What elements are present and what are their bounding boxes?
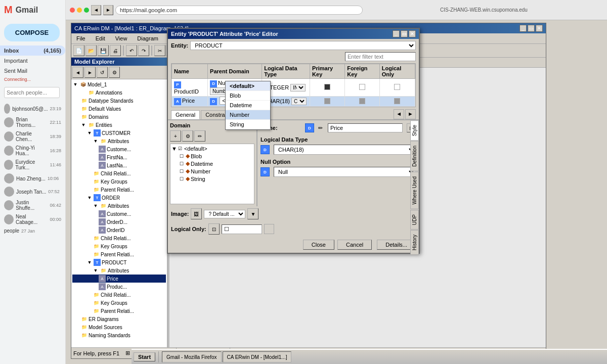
sent-label: Sent Mail <box>4 68 27 74</box>
close-button[interactable]: Close <box>303 240 334 250</box>
attr-table: Name Parent Domain Logical Data Type Pri… <box>171 64 415 107</box>
sidebar-item-sent[interactable]: Sent Mail <box>0 66 65 76</box>
vert-tab-style[interactable]: Style <box>410 120 419 141</box>
gmail-title: Gmail <box>16 6 38 15</box>
list-item[interactable]: Joseph Tan... 07:52 <box>0 185 65 198</box>
vert-tab-udp[interactable]: UDP <box>410 210 419 230</box>
avatar <box>4 104 10 114</box>
domain-props-btn[interactable]: ⚙ <box>182 130 193 142</box>
pencil-icon[interactable]: ✏ <box>318 125 323 131</box>
sidebar-item-important[interactable]: Important <box>0 56 65 66</box>
avatar <box>4 117 14 127</box>
avatar <box>4 200 14 210</box>
domain-item-label: Datetime <box>191 161 213 167</box>
logical-only-icon: ⊡ <box>208 223 220 235</box>
type-select[interactable]: INTEGER <box>290 84 306 92</box>
list-item[interactable]: Eurydice Turk... 11:46 <box>0 158 65 172</box>
list-item[interactable]: Charlie Chen... 18:39 <box>0 129 65 144</box>
compose-button[interactable]: COMPOSE <box>4 24 60 41</box>
lo-checkbox[interactable] <box>394 84 400 90</box>
contact-name: Joseph Tan... <box>16 189 46 195</box>
domain-edit-btn[interactable]: ✏ <box>194 130 205 142</box>
cell-pk <box>310 97 345 107</box>
domain-tree-item-datetime[interactable]: ☐ ◆ Datetime <box>171 160 253 167</box>
attr-editor-close[interactable]: ✕ <box>409 30 416 37</box>
pk-checkbox[interactable] <box>324 84 330 90</box>
null-option-select[interactable]: Null <box>274 167 416 177</box>
connecting-status: Connecting... <box>0 76 65 83</box>
image-dropdown-btn[interactable]: ▼ <box>247 208 258 219</box>
col-logical-only: Logical Only <box>379 64 415 79</box>
domain-icon: D <box>210 80 217 87</box>
fk-checkbox[interactable] <box>359 98 365 104</box>
logical-only-btn[interactable] <box>264 224 274 234</box>
list-item[interactable]: Brian Thoms... 22:11 <box>0 115 65 129</box>
vert-tab-definition[interactable]: Definition <box>410 141 419 171</box>
list-item[interactable]: people 27 Jan <box>0 226 65 235</box>
logical-type-select[interactable]: CHAR(18) <box>274 145 416 155</box>
checkbox-icon[interactable]: ☐ <box>180 169 184 174</box>
pk-checkbox[interactable] <box>324 98 330 104</box>
bottom-buttons: Close Cancel Details... <box>168 237 419 253</box>
list-item[interactable]: Ching-Yi Hua... 16:28 <box>0 144 65 158</box>
image-label: Image: <box>171 211 189 217</box>
sidebar-item-inbox[interactable]: Inbox (4,165) <box>0 46 65 56</box>
attr-table-container: Name Parent Domain Logical Data Type Pri… <box>171 63 416 107</box>
domain-tree-item-number[interactable]: ☐ ◆ Number <box>171 167 253 175</box>
contact-name: Brian Thoms... <box>16 117 48 128</box>
attr-editor-maximize[interactable]: ▭ <box>401 30 408 37</box>
avatar <box>4 214 14 224</box>
image-browse-btn[interactable]: 🖼 <box>191 208 202 219</box>
contact-time: 07:52 <box>48 189 60 194</box>
dropdown-item-blob[interactable]: Blob <box>226 91 270 101</box>
checkbox-icon[interactable]: ☑ <box>178 146 182 151</box>
table-row[interactable]: APrice D <default> ▼ CHAR(18) CHAR(18) <box>172 97 415 107</box>
tab-general[interactable]: General <box>171 110 200 119</box>
logical-only-checkbox[interactable]: ☐ <box>224 226 229 233</box>
domain-item-label: String <box>191 176 205 182</box>
vertical-tabs: Style Definition Where Used UDP History <box>410 120 419 255</box>
checkbox-icon[interactable]: ☐ <box>180 154 184 159</box>
tab-arrow-left[interactable]: ◄ <box>394 109 404 119</box>
attr-type-icon: A <box>174 98 181 105</box>
col-foreign-key: Foreign Key <box>345 64 380 79</box>
contact-name: Justin Shuffe... <box>16 200 48 211</box>
dropdown-popup: <default> Blob Datetime Number String <box>225 81 271 130</box>
vert-tab-history[interactable]: History <box>410 230 419 255</box>
dropdown-item-default[interactable]: <default> <box>226 81 270 91</box>
attr-editor-minimize[interactable]: _ <box>393 30 400 37</box>
entity-select[interactable]: PRODUCT <box>190 41 416 50</box>
image-select[interactable]: ? Default ... <box>204 210 245 218</box>
dropdown-item-datetime[interactable]: Datetime <box>226 101 270 110</box>
lo-checkbox[interactable] <box>394 98 400 104</box>
logical-type-heading: Logical Data Type <box>261 136 416 143</box>
list-item[interactable]: bjohnson05@... 23:19 <box>0 102 65 115</box>
vert-tab-whereused[interactable]: Where Used <box>410 172 419 209</box>
dropdown-item-string[interactable]: String <box>226 120 270 129</box>
cancel-button[interactable]: Cancel <box>337 240 372 250</box>
domain-tree-item-default[interactable]: ▼ ☑ <default> <box>171 145 253 152</box>
list-item[interactable]: Justin Shuffe... 06:42 <box>0 198 65 212</box>
domain-add-btn[interactable]: + <box>170 130 181 142</box>
contact-name: Neal Cabage... <box>16 214 48 225</box>
list-item[interactable]: Hao Zheng... 10:06 <box>0 172 65 185</box>
list-item[interactable]: Neal Cabage... 00:00 <box>0 212 65 226</box>
contact-list: bjohnson05@... 23:19 Brian Thoms... 22:1… <box>0 102 65 235</box>
important-label: Important <box>4 58 27 64</box>
avatar <box>4 160 13 170</box>
checkbox-icon[interactable]: ☐ <box>180 161 184 166</box>
table-row[interactable]: PProductID DNumber Number INTEGER INTEGE… <box>172 79 415 97</box>
filter-input[interactable] <box>345 52 416 61</box>
dropdown-item-number[interactable]: Number <box>226 110 270 120</box>
fk-checkbox[interactable] <box>359 84 365 90</box>
domain-toolbar: + ⚙ ✏ <box>170 130 254 142</box>
expand-icon[interactable]: ▼ <box>171 146 177 152</box>
search-input[interactable] <box>4 87 60 98</box>
domain-tree-item-string[interactable]: ☐ ◆ String <box>171 175 253 183</box>
tab-arrow-right[interactable]: ► <box>405 109 416 119</box>
name-input[interactable] <box>328 123 403 132</box>
logical-only-row: Logical Only: ⊡ ☐ <box>168 221 419 237</box>
domain-tree-item-blob[interactable]: ☐ ◆ Blob <box>171 152 253 160</box>
type-select[interactable]: CHAR(18) <box>291 98 307 105</box>
checkbox-icon[interactable]: ☐ <box>180 176 184 181</box>
